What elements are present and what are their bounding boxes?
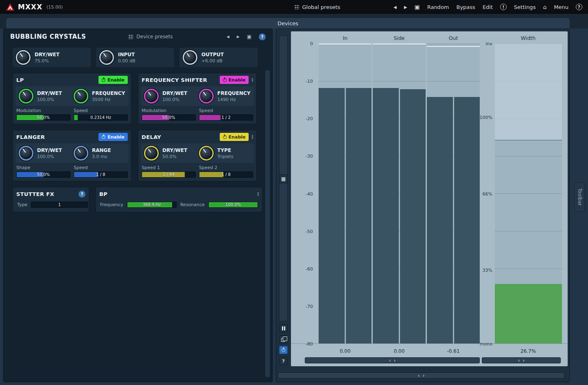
next-preset-button[interactable]: ▶ <box>404 5 407 9</box>
module-knobs: DRY/WET 100.0% FREQUENCY 1490 Hz <box>141 86 254 106</box>
knob-dry-wet[interactable]: DRY/WET 100.0% <box>19 89 70 103</box>
horizontal-scrollbar[interactable]: ‹ › <box>278 372 564 378</box>
frequency-slider[interactable]: 368.9 Hz <box>127 202 177 208</box>
meter-help-button[interactable]: ? <box>279 357 288 365</box>
speed-slider[interactable]: 0.2314 Hz <box>74 114 128 121</box>
shape-slider[interactable]: 50.0% <box>16 172 70 178</box>
knob[interactable] <box>16 50 31 65</box>
modulation-slider[interactable]: 50.0% <box>16 114 70 121</box>
device-presets-button[interactable]: Device presets <box>128 34 173 40</box>
knob-output[interactable]: OUTPUT +6.00 dB <box>179 48 258 67</box>
global-presets-button[interactable]: Global presets <box>294 4 340 10</box>
layout-button[interactable] <box>279 335 288 343</box>
module-header[interactable]: STUTTER FX ? <box>15 189 86 199</box>
knob[interactable] <box>74 89 88 103</box>
titlebar: MXXX (15.00) Global presets ◀ ▶ ▣ Random… <box>0 0 588 14</box>
knob-value: 100.0% <box>162 97 187 102</box>
preset-box-icon[interactable]: ▣ <box>414 4 420 10</box>
settings-button[interactable]: Settings <box>514 4 536 10</box>
previous-preset-button[interactable]: ◀ <box>393 5 397 9</box>
knob[interactable] <box>144 146 159 161</box>
speed1-slider[interactable]: 1 / 64 <box>142 172 196 178</box>
knob[interactable] <box>74 146 88 161</box>
meter-readout: 26.7% <box>520 348 536 354</box>
knob-input[interactable]: INPUT 0.00 dB <box>96 48 174 67</box>
speed2-slider[interactable]: 1 / 8 <box>199 172 253 178</box>
knob-value: 75.0% <box>35 58 59 64</box>
knob-type[interactable]: TYPE Triplets <box>199 146 251 161</box>
meter-scrollbar-right[interactable]: ‹ › <box>482 357 561 363</box>
pause-button[interactable] <box>279 324 288 332</box>
scroll-left-icon[interactable]: ‹ <box>518 358 520 363</box>
next-device-preset-button[interactable]: ▶ <box>237 35 240 39</box>
meter-scrollbar-left[interactable]: ‹ › <box>305 357 480 363</box>
previous-device-preset-button[interactable]: ◀ <box>227 35 230 39</box>
edit-button[interactable]: Edit <box>483 4 493 10</box>
knob-frequency[interactable]: FREQUENCY 1490 Hz <box>199 89 251 103</box>
tab-toolbar[interactable]: Toolbar <box>574 183 585 212</box>
info-icon[interactable]: ! <box>500 4 507 10</box>
device-help-icon[interactable]: ? <box>259 33 266 40</box>
enable-button[interactable]: Enable <box>220 133 249 141</box>
tab-bar: Devices <box>0 14 588 29</box>
scroll-right-icon[interactable]: › <box>423 373 425 378</box>
resonance-slider[interactable]: 100.0% <box>208 202 258 208</box>
module-header[interactable]: FREQUENCY SHIFTER Enable ▴▾ <box>141 75 254 85</box>
knob[interactable] <box>19 89 33 103</box>
scroll-right-icon[interactable]: › <box>523 358 525 363</box>
knob-dry-wet[interactable]: DRY/WET 75.0% <box>13 48 91 67</box>
knob-frequency[interactable]: FREQUENCY 3500 Hz <box>74 89 125 103</box>
module-header[interactable]: BP ▴▾ <box>98 189 260 199</box>
module-header[interactable]: FLANGER Enable <box>15 132 129 142</box>
meter-readout: 0.00 <box>340 348 351 354</box>
knob[interactable] <box>183 50 197 65</box>
module-header[interactable]: LP Enable <box>15 75 129 85</box>
meter-readout: -0.61 <box>447 348 459 354</box>
modulation-slider[interactable]: 50.0% <box>142 114 196 121</box>
module-header[interactable]: DELAY Enable ▴▾ <box>141 132 254 142</box>
analyzer-icon[interactable]: ▦ <box>279 174 288 183</box>
knob-name: DRY/WET <box>37 90 62 96</box>
speed-slider[interactable]: 1 / 2 <box>199 114 253 121</box>
knob[interactable] <box>199 146 214 161</box>
home-icon[interactable]: ⌂ <box>543 4 546 10</box>
peak-marker <box>373 44 426 44</box>
bypass-button[interactable]: Bypass <box>457 4 475 10</box>
module-title: LP <box>16 77 24 83</box>
power-button[interactable] <box>279 346 288 354</box>
slider-value: 50.0% <box>142 115 195 120</box>
type-field[interactable]: 1 <box>31 202 88 208</box>
knob-range[interactable]: RANGE 3.0 ms <box>74 146 125 161</box>
grid-icon <box>294 4 299 9</box>
knob[interactable] <box>144 89 159 103</box>
scroll-right-icon[interactable]: › <box>394 358 396 363</box>
collapse-toggle[interactable]: ▴▾ <box>251 134 253 139</box>
knob-value: 3500 Hz <box>92 97 125 102</box>
meter-group-label: In <box>343 35 348 41</box>
enable-button[interactable]: Enable <box>220 76 249 84</box>
knob-dry-wet[interactable]: DRY/WET 100.0% <box>144 89 196 103</box>
menu-button[interactable]: Menu <box>554 4 568 10</box>
knob[interactable] <box>199 89 214 103</box>
knob-dry-wet[interactable]: DRY/WET 50.0% <box>144 146 196 161</box>
knob[interactable] <box>19 146 33 161</box>
collapse-toggle[interactable]: ▴▾ <box>257 191 259 196</box>
collapse-toggle[interactable]: ▴▾ <box>251 77 253 82</box>
help-icon[interactable]: ? <box>576 4 582 10</box>
module-help-icon[interactable]: ? <box>79 191 85 198</box>
knob[interactable] <box>99 50 114 65</box>
speed-slider[interactable]: 1 / 8 <box>74 172 128 178</box>
meter-side-strip: ▦ ? <box>278 31 289 366</box>
tab-devices[interactable]: Devices <box>6 18 570 29</box>
scroll-left-icon[interactable]: ‹ <box>418 373 420 378</box>
enable-button[interactable]: Enable <box>98 133 128 141</box>
preset-box-icon[interactable]: ▣ <box>247 34 251 40</box>
meter-in <box>319 44 372 343</box>
device-scrollbar[interactable] <box>265 70 270 378</box>
enable-button[interactable]: Enable <box>98 76 128 84</box>
knob-dry-wet[interactable]: DRY/WET 100.0% <box>19 146 70 161</box>
scrollbar-thumb[interactable] <box>265 70 270 377</box>
scroll-left-icon[interactable]: ‹ <box>389 358 391 363</box>
slider-value: 0.2314 Hz <box>74 115 127 120</box>
random-button[interactable]: Random <box>427 4 449 10</box>
